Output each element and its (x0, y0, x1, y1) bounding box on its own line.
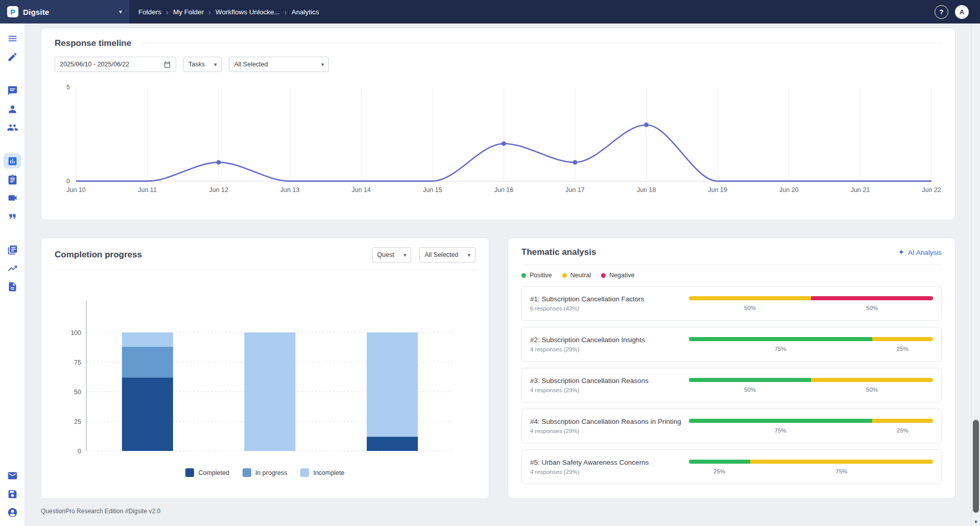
comments-icon (7, 85, 18, 96)
svg-text:Jun 12: Jun 12 (209, 186, 228, 194)
menu-icon (7, 33, 18, 44)
breadcrumb: Folders › My Folder › Workflows Unlocke.… (138, 8, 319, 16)
svg-text:5: 5 (66, 84, 70, 91)
completion-all-selected-dropdown[interactable]: All Selected ▾ (419, 247, 475, 262)
topbar-actions: ? A (935, 5, 980, 19)
svg-text:Jun 13: Jun 13 (280, 186, 300, 194)
edit-icon[interactable] (4, 49, 21, 64)
theme-responses: 6 responses (43%) (530, 305, 644, 312)
theme-responses: 4 responses (29%) (530, 346, 645, 352)
divider (521, 265, 942, 265)
svg-text:Jun 17: Jun 17 (565, 186, 585, 194)
comments-icon[interactable] (4, 83, 21, 98)
tasks-filter-dropdown[interactable]: Tasks ▾ (183, 57, 222, 72)
mail-icon (7, 470, 18, 481)
menu-icon[interactable] (4, 31, 21, 46)
trends-icon[interactable] (4, 260, 21, 276)
help-button[interactable]: ? (935, 5, 948, 19)
chevron-down-icon: ▾ (321, 61, 324, 68)
participant-icon[interactable] (4, 101, 21, 116)
breadcrumb-workflow[interactable]: Workflows Unlocke... (216, 8, 280, 16)
chevron-down-icon: ▾ (214, 61, 217, 68)
legend-item-in-progress: In progress (243, 468, 288, 477)
thematic-analysis-card: Thematic analysis ✦ AI Analysis Positive… (508, 237, 955, 499)
theme-row[interactable]: #5: Urban Safety Awareness Concerns 4 re… (521, 449, 942, 484)
ai-analysis-link[interactable]: ✦ AI Analysis (898, 248, 942, 257)
title-rule (141, 43, 942, 44)
legend-item-incomplete: Incomplete (300, 468, 344, 477)
theme-title: #5: Urban Safety Awareness Concerns (530, 459, 649, 466)
breadcrumb-my-folder[interactable]: My Folder (173, 8, 204, 16)
svg-text:0: 0 (78, 448, 81, 455)
theme-row[interactable]: #4: Subscription Cancellation Reasons in… (521, 409, 942, 443)
date-range-value: 2025/06/10 - 2025/06/22 (60, 61, 129, 68)
svg-text:75: 75 (74, 359, 81, 366)
legend-item-negative: Negative (601, 272, 634, 279)
sentiment-bar: 25%75% (689, 460, 933, 474)
chevron-down-icon: ▾ (403, 252, 407, 258)
trends-icon (7, 263, 18, 274)
library-icon[interactable] (4, 242, 21, 257)
timeline-all-selected-value: All Selected (234, 61, 268, 68)
mail-icon[interactable] (4, 468, 21, 483)
app-switcher[interactable]: P Digsite ▾ (0, 0, 129, 23)
video-icon (7, 193, 18, 203)
chevron-down-icon: ▾ (119, 8, 122, 15)
svg-text:Jun 16: Jun 16 (494, 186, 514, 194)
quotes-icon[interactable] (4, 208, 21, 224)
scrollbar-thumb[interactable] (973, 420, 979, 513)
main-content: Response timeline 2025/06/10 - 2025/06/2… (25, 23, 971, 526)
theme-responses: 4 responses (29%) (530, 469, 649, 475)
completion-progress-card: Completion progress Quest ▾ All Selected… (41, 237, 489, 499)
svg-text:Jun 14: Jun 14 (352, 186, 371, 194)
legend-label: Neutral (570, 272, 591, 279)
account-icon[interactable] (4, 505, 21, 520)
negative-dot-icon (601, 273, 606, 278)
analytics-icon[interactable] (4, 153, 21, 169)
date-range-input[interactable]: 2025/06/10 - 2025/06/22 (55, 57, 176, 72)
completion-controls: Quest ▾ All Selected ▾ (372, 247, 475, 262)
theme-title: #4: Subscription Cancellation Reasons in… (530, 418, 681, 425)
report-icon[interactable] (4, 279, 21, 294)
sparkle-icon: ✦ (898, 248, 904, 257)
participant-icon (7, 104, 18, 114)
timeline-all-selected-dropdown[interactable]: All Selected ▾ (229, 57, 329, 72)
scrollbar-down-arrow[interactable]: ▼ (972, 519, 980, 524)
theme-row[interactable]: #2: Subscription Cancellation Insights 4… (521, 327, 942, 362)
svg-text:Jun 21: Jun 21 (851, 186, 870, 194)
quest-filter-dropdown[interactable]: Quest ▾ (372, 247, 412, 262)
legend-label: Positive (530, 272, 552, 279)
theme-list: #1: Subscription Cancellation Factors 6 … (521, 286, 942, 484)
theme-row[interactable]: #1: Subscription Cancellation Factors 6 … (521, 286, 942, 321)
avatar[interactable]: A (955, 5, 969, 19)
video-icon[interactable] (4, 190, 21, 205)
completion-all-selected-value: All Selected (424, 251, 458, 258)
left-icon-sidebar (0, 23, 25, 526)
theme-title: #2: Subscription Cancellation Insights (530, 336, 645, 344)
theme-responses: 4 responses (29%) (530, 387, 649, 393)
footer-text: QuestionPro Research Edition #Digsite v2… (41, 508, 955, 515)
theme-row[interactable]: #3: Subscription Cancellation Reasons 4 … (521, 368, 942, 402)
completion-chart: 0255075100 (58, 289, 461, 457)
svg-text:25: 25 (74, 418, 81, 425)
incomplete-swatch (300, 468, 309, 477)
divider (55, 270, 475, 270)
groups-icon[interactable] (4, 119, 21, 135)
chevron-down-icon: ▾ (467, 252, 470, 258)
breadcrumb-analytics: Analytics (292, 8, 319, 16)
thematic-analysis-title: Thematic analysis (521, 247, 596, 257)
quest-filter-value: Quest (377, 251, 394, 258)
quotes-icon (7, 211, 18, 222)
legend-label: Negative (609, 272, 634, 279)
help-label: ? (940, 8, 944, 16)
save-icon[interactable] (4, 486, 21, 501)
edit-icon (7, 52, 18, 62)
sentiment-bar: 50%50% (689, 378, 933, 393)
account-icon (7, 507, 18, 518)
scrollbar-track: ▼ (971, 23, 980, 526)
theme-responses: 4 responses (29%) (530, 428, 681, 434)
breadcrumb-folders[interactable]: Folders (138, 8, 161, 16)
completion-progress-title: Completion progress (55, 250, 142, 260)
sentiment-bar: 50%50% (689, 296, 933, 311)
tasks-icon[interactable] (4, 172, 21, 187)
